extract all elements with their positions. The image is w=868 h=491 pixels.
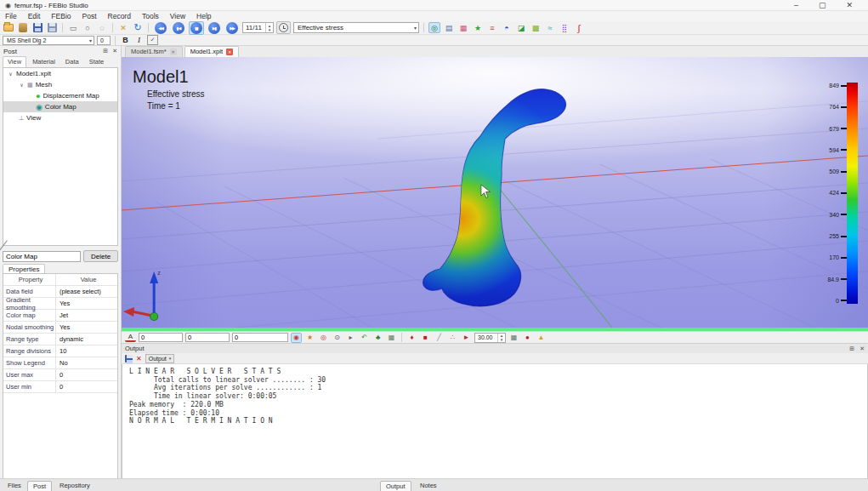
refresh-button[interactable]: ↻ — [132, 22, 144, 33]
bottom-tab-post[interactable]: Post — [27, 481, 52, 491]
point-cloud-button[interactable]: ⣿ — [559, 22, 570, 33]
open-file-button[interactable] — [3, 22, 14, 33]
italic-button[interactable]: I — [133, 35, 145, 45]
frame-counter-spinner[interactable]: 11/11 ▴ ▾ — [242, 22, 274, 33]
annotate-button[interactable]: A — [125, 333, 136, 342]
volume-render-button[interactable]: ▩ — [530, 22, 542, 33]
clear-log-icon[interactable]: ✕ — [136, 355, 142, 363]
marker-button[interactable]: ♦ — [406, 333, 417, 343]
slice-plane-button[interactable]: ◪ — [515, 22, 527, 33]
probe-button[interactable]: ▦ — [457, 22, 469, 33]
points-button[interactable]: ∴ — [447, 333, 458, 343]
panel-close-icon[interactable]: ✕ — [112, 48, 117, 54]
property-row-color-map[interactable]: Color map Jet — [3, 310, 117, 322]
first-frame-button[interactable]: ◀◀ — [153, 21, 168, 35]
bottom-tab-files[interactable]: Files — [3, 481, 26, 491]
font-size-spinner[interactable]: 0 — [97, 36, 111, 45]
menu-file[interactable]: File — [5, 12, 17, 20]
tab-close-icon[interactable]: ✕ — [170, 49, 177, 55]
menu-edit[interactable]: Edit — [28, 12, 41, 20]
target-button[interactable]: ◎ — [318, 333, 329, 343]
menu-help[interactable]: Help — [196, 12, 211, 20]
tree-item-mesh[interactable]: ∨ ▩ Mesh — [3, 79, 117, 90]
pencil-button[interactable]: ╱ — [434, 333, 445, 343]
last-frame-button[interactable]: ▶▶ — [224, 21, 240, 35]
menu-tools[interactable]: Tools — [142, 12, 159, 20]
open-model-button[interactable] — [17, 22, 29, 33]
next-frame-button[interactable]: ▶▮ — [207, 21, 222, 35]
save-log-icon[interactable] — [125, 355, 133, 363]
warning-button[interactable]: ▲ — [536, 333, 547, 343]
output-console[interactable]: L I N E A R S O L V E R S T A T S Total … — [122, 364, 868, 485]
property-row-range-divisions[interactable]: Range divisions 10 — [3, 345, 117, 357]
doc-tab-fsm[interactable]: Model1.fsm* ✕ — [125, 46, 183, 57]
graphics-viewport[interactable]: z Model1 Effective stress Time = 1 849 7… — [122, 57, 868, 331]
log-source-selector[interactable]: Output ▾ — [145, 354, 175, 363]
panel-close-icon[interactable]: ✕ — [859, 345, 865, 352]
menu-febio[interactable]: FEBio — [51, 12, 71, 20]
pivot-button[interactable]: ◉ — [291, 333, 302, 343]
table-button[interactable]: ▦ — [508, 333, 519, 343]
properties-tab[interactable]: Properties — [3, 265, 121, 273]
undo-view-button[interactable]: ↶ — [359, 333, 370, 343]
stop-button[interactable]: ■ — [420, 333, 431, 343]
tree-item-model[interactable]: ∨ Model1.xplt — [3, 68, 117, 79]
bold-button[interactable]: B — [120, 35, 131, 45]
select-rect-button[interactable]: ▭ — [67, 22, 79, 33]
play-small-button[interactable]: ▸ — [345, 333, 356, 343]
pointer-button[interactable]: ► — [461, 333, 472, 343]
pause-button[interactable]: ▮▮ — [189, 21, 204, 35]
minimize-button[interactable]: – — [794, 0, 798, 11]
menu-record[interactable]: Record — [108, 12, 131, 20]
graph-button[interactable]: ∫ — [573, 22, 585, 33]
legend-button[interactable]: ▤ — [443, 22, 455, 33]
item-name-input[interactable] — [3, 251, 81, 262]
property-row-nodal-smoothing[interactable]: Nodal smoothing Yes — [3, 322, 117, 334]
menu-post[interactable]: Post — [82, 12, 97, 20]
delete-button[interactable]: Delete — [83, 250, 118, 262]
coord-y-input[interactable] — [185, 333, 230, 342]
doc-tab-xplt[interactable]: Model1.xplt ✕ — [184, 46, 239, 57]
vector-plot-button[interactable]: ★ — [472, 22, 484, 33]
coord-z-input[interactable] — [232, 333, 288, 342]
tab-close-icon[interactable]: ✕ — [226, 49, 233, 55]
track-button[interactable]: ★ — [304, 333, 315, 343]
export-button[interactable] — [46, 22, 58, 33]
time-settings-button[interactable] — [276, 21, 291, 34]
streamlines-button[interactable]: ≈ — [544, 22, 556, 33]
maximize-button[interactable]: ▢ — [819, 0, 826, 11]
tab-material[interactable]: Material — [28, 57, 60, 67]
select-circle-button[interactable]: ○ — [82, 22, 94, 33]
select-free-button[interactable]: ◌ — [96, 22, 108, 33]
expander-icon[interactable]: ∨ — [8, 71, 14, 77]
mesh-grid-button[interactable]: ▦ — [386, 333, 397, 343]
bottom-tab-repository[interactable]: Repository — [54, 481, 95, 491]
property-row-user-max[interactable]: User max 0 — [3, 369, 117, 381]
property-row-range-type[interactable]: Range type dynamic — [3, 334, 117, 345]
angle-spinner[interactable]: 30.00 ▴▾ — [474, 333, 506, 343]
menu-view[interactable]: View — [170, 12, 185, 20]
checkbox-button[interactable]: ✓ — [147, 35, 158, 45]
record-button[interactable]: ● — [522, 333, 533, 343]
tab-view[interactable]: View — [3, 56, 26, 67]
property-row-user-min[interactable]: User min 0 — [3, 381, 117, 393]
bottom-tab-notes[interactable]: Notes — [415, 481, 442, 491]
pin-icon[interactable]: ⊞ — [849, 345, 854, 352]
tab-data[interactable]: Data — [61, 57, 83, 67]
tree-item-view[interactable]: ⊥ View — [3, 112, 117, 123]
tree-view-button[interactable]: ♣ — [372, 333, 383, 343]
hourglass-button[interactable]: ✕ — [117, 22, 129, 33]
femur-model[interactable] — [404, 83, 592, 321]
frame-spinner-arrows[interactable]: ▴ ▾ — [265, 23, 273, 32]
bottom-tab-output[interactable]: Output — [380, 481, 411, 491]
prev-frame-button[interactable]: ▮◀ — [171, 21, 186, 35]
data-field-selector[interactable]: Effective stress ▾ — [293, 22, 419, 33]
property-row-gradient-smoothing[interactable]: Gradient smoothing Yes — [3, 298, 117, 310]
isosurface-button[interactable]: ◓ — [501, 22, 513, 33]
tree-item-displacement-map[interactable]: ● Displacement Map — [3, 90, 117, 101]
visibility-button[interactable]: ⊙ — [332, 333, 343, 343]
tree-item-color-map[interactable]: ◉ Color Map — [3, 101, 117, 112]
coord-x-input[interactable] — [139, 333, 183, 342]
expander-icon[interactable]: ∨ — [19, 82, 25, 88]
property-row-show-legend[interactable]: Show Legend No — [3, 357, 117, 369]
